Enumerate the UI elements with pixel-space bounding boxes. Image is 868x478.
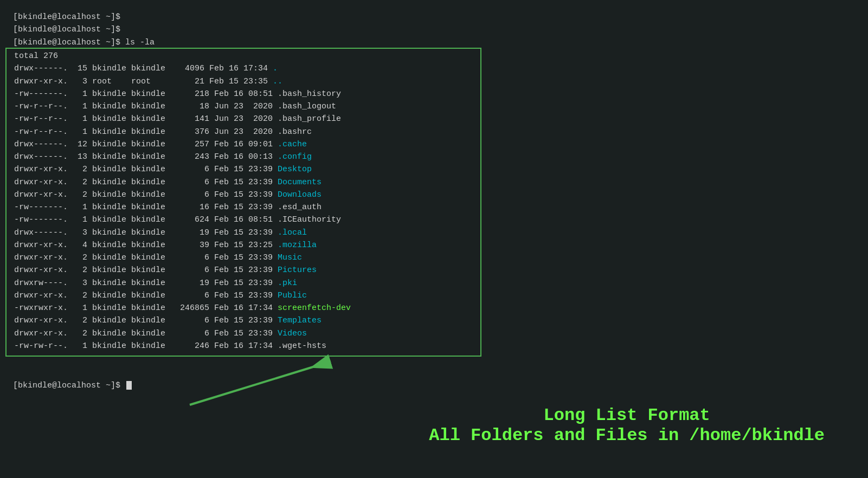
ls-row: drwxr-xr-x. 2 bkindle bkindle 6 Feb 15 2…: [14, 314, 473, 327]
annotation-line1: Long List Format: [429, 405, 825, 425]
ls-row: drwxr-xr-x. 4 bkindle bkindle 39 Feb 15 …: [14, 239, 473, 251]
ls-row: drwx------. 3 bkindle bkindle 19 Feb 15 …: [14, 227, 473, 239]
ls-row-cache: drwx------. 12 bkindle bkindle 257 Feb 1…: [14, 138, 473, 151]
ls-row: drwxr-xr-x. 2 bkindle bkindle 6 Feb 15 2…: [14, 251, 473, 264]
terminal-pre: [bkindle@localhost ~]$ [bkindle@localhos…: [5, 5, 493, 54]
annotation-arrow: [173, 351, 347, 416]
pre-line-2: [bkindle@localhost ~]$: [13, 23, 486, 36]
post-prompt: [bkindle@localhost ~]$: [13, 379, 132, 392]
ls-row: -rw-------. 1 bkindle bkindle 218 Feb 16…: [14, 88, 473, 100]
ls-row: drwx------. 13 bkindle bkindle 243 Feb 1…: [14, 151, 473, 163]
prompt-3: [bkindle@localhost ~]$ ls -la: [13, 38, 155, 47]
ls-row: -rw-r--r--. 1 bkindle bkindle 376 Jun 23…: [14, 126, 473, 138]
annotation-container: Long List Format All Folders and Files i…: [429, 405, 825, 445]
ls-row: drwxr-xr-x. 2 bkindle bkindle 6 Feb 15 2…: [14, 176, 473, 189]
ls-row: drwxr-xr-x. 2 bkindle bkindle 6 Feb 15 2…: [14, 289, 473, 302]
ls-row: -rw-------. 1 bkindle bkindle 624 Feb 16…: [14, 214, 473, 226]
ls-row: drwxr-xr-x. 2 bkindle bkindle 6 Feb 15 2…: [14, 264, 473, 276]
ls-row: drwxrw----. 3 bkindle bkindle 19 Feb 15 …: [14, 277, 473, 289]
prompt-1: [bkindle@localhost ~]$: [13, 12, 120, 22]
ls-row: drwxr-xr-x. 2 bkindle bkindle 6 Feb 15 2…: [14, 327, 473, 340]
ls-row: -rw-r--r--. 1 bkindle bkindle 18 Jun 23 …: [14, 100, 473, 113]
ls-output-box: total 276 drwx------. 15 bkindle bkindle…: [5, 48, 481, 357]
ls-row: drwxr-xr-x. 2 bkindle bkindle 6 Feb 15 2…: [14, 163, 473, 176]
prompt-2: [bkindle@localhost ~]$: [13, 25, 120, 34]
ls-row: -rw-------. 1 bkindle bkindle 16 Feb 15 …: [14, 201, 473, 214]
ls-row: -rwxrwxr-x. 1 bkindle bkindle 246865 Feb…: [14, 302, 473, 314]
ls-total: total 276: [14, 50, 473, 62]
ls-row: drwx------. 15 bkindle bkindle 4096 Feb …: [14, 62, 473, 75]
pre-line-1: [bkindle@localhost ~]$: [13, 11, 486, 23]
ls-row: drwxr-xr-x. 3 root root 21 Feb 15 23:35 …: [14, 75, 473, 88]
annotation-line2: All Folders and Files in /home/bkindle: [429, 425, 825, 445]
svg-line-1: [190, 361, 331, 405]
ls-row: -rw-r--r--. 1 bkindle bkindle 141 Jun 23…: [14, 113, 473, 125]
pre-line-3: [bkindle@localhost ~]$ ls -la: [13, 36, 486, 49]
ls-row-downloads: drwxr-xr-x. 2 bkindle bkindle 6 Feb 15 2…: [14, 189, 473, 201]
